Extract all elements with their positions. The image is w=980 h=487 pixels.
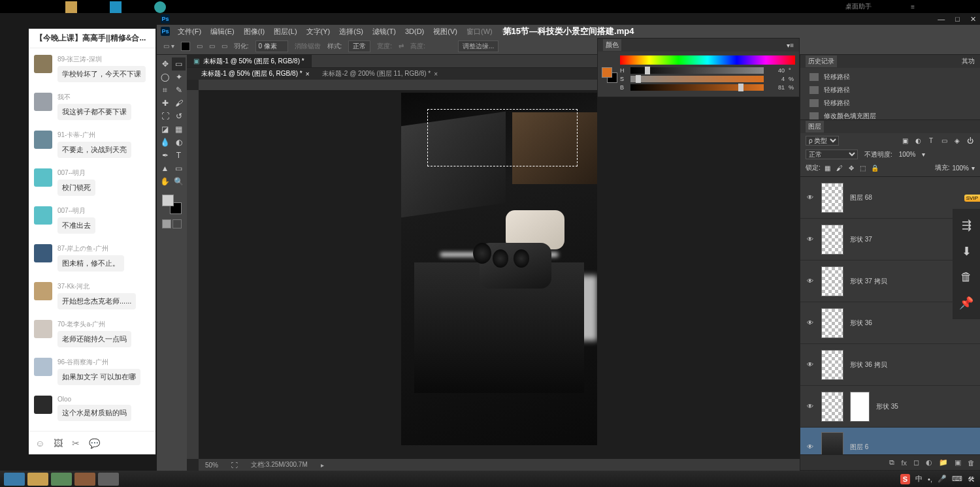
history-item[interactable]: 轻移路径 bbox=[800, 84, 980, 97]
visibility-icon[interactable]: 👁 bbox=[806, 361, 815, 368]
tab-close-icon[interactable]: × bbox=[434, 71, 438, 78]
menu-type[interactable]: 文字(Y) bbox=[302, 25, 335, 38]
marquee-intersect-icon[interactable]: ▭ bbox=[221, 42, 227, 50]
brush-tool-icon[interactable]: 🖌 bbox=[172, 97, 186, 110]
filter-pixel-icon[interactable]: ▣ bbox=[900, 136, 909, 146]
refine-edge-button[interactable]: 调整边缘... bbox=[458, 40, 498, 52]
s-slider[interactable] bbox=[630, 76, 764, 82]
chat-history-icon[interactable]: 💬 bbox=[89, 438, 100, 448]
group-icon[interactable]: 📁 bbox=[939, 458, 948, 467]
visibility-icon[interactable]: 👁 bbox=[806, 443, 815, 450]
layer-filter-select[interactable]: ρ 类型 bbox=[806, 136, 839, 146]
visibility-icon[interactable]: 👁 bbox=[806, 403, 815, 410]
link-layers-icon[interactable]: ⧉ bbox=[889, 458, 894, 467]
panel-fg-swatch[interactable] bbox=[602, 67, 612, 78]
avatar[interactable] bbox=[34, 320, 52, 338]
b-slider[interactable] bbox=[630, 84, 764, 91]
color-panel[interactable]: 颜色▾≡ H40° S4% B81% bbox=[597, 38, 800, 97]
tray-tool-icon[interactable]: 🛠 bbox=[968, 475, 975, 483]
fill-value[interactable]: 100% bbox=[952, 165, 969, 172]
marquee-selection[interactable] bbox=[427, 109, 578, 166]
history-item[interactable]: 修改颜色填充图层 bbox=[800, 110, 980, 120]
avatar[interactable] bbox=[34, 168, 52, 187]
avatar[interactable] bbox=[34, 358, 52, 376]
desktop-helper[interactable]: 桌面助手 bbox=[845, 2, 872, 11]
zoom-tool-icon[interactable]: 🔍 bbox=[172, 175, 186, 188]
path-select-icon[interactable]: ▲ bbox=[158, 162, 172, 175]
screen-mode-icon[interactable]: ⛶ bbox=[231, 462, 238, 469]
emoji-icon[interactable]: ☺ bbox=[35, 438, 44, 448]
fill-dropdown-icon[interactable]: ▾ bbox=[972, 165, 975, 172]
layer-thumb[interactable] bbox=[821, 432, 843, 455]
hand-tool-icon[interactable]: ✋ bbox=[158, 175, 172, 188]
visibility-icon[interactable]: 👁 bbox=[806, 277, 815, 285]
visibility-icon[interactable]: 👁 bbox=[806, 319, 815, 326]
standard-mode-icon[interactable] bbox=[162, 219, 171, 228]
type-tool-icon[interactable]: T bbox=[172, 149, 186, 162]
image-icon[interactable]: 🖼 bbox=[54, 438, 63, 448]
desktop-shortcut-3[interactable] bbox=[154, 1, 166, 13]
tab-close-icon[interactable]: × bbox=[306, 71, 310, 78]
filter-type-icon[interactable]: T bbox=[926, 136, 936, 146]
tray-dot-icon[interactable]: •, bbox=[928, 475, 932, 483]
blur-tool-icon[interactable]: 💧 bbox=[158, 136, 172, 149]
desktop-shortcut-2[interactable] bbox=[110, 1, 122, 13]
layer-row[interactable]: 👁图层 6 bbox=[800, 428, 980, 454]
document-tab-main[interactable]: ▣ 未标题-1 @ 50% (图层 6, RGB/8) * bbox=[187, 55, 312, 67]
style-select[interactable]: 正常 bbox=[348, 40, 370, 52]
quickmask-mode-icon[interactable] bbox=[172, 219, 182, 228]
menu-view[interactable]: 视图(V) bbox=[429, 25, 461, 38]
layer-thumb[interactable] bbox=[821, 392, 843, 422]
marquee-tool-icon[interactable]: ▭ bbox=[172, 57, 186, 71]
ime-lang[interactable]: 中 bbox=[915, 474, 923, 484]
filter-toggle-icon[interactable]: ⏻ bbox=[966, 136, 975, 146]
layer-thumb[interactable] bbox=[821, 266, 843, 296]
feather-input[interactable]: 0 像素 bbox=[255, 40, 288, 52]
menu-image[interactable]: 图像(I) bbox=[240, 25, 269, 38]
lock-all-icon[interactable]: 🔒 bbox=[870, 163, 879, 172]
fx-icon[interactable]: fx bbox=[901, 459, 907, 467]
crop-tool-icon[interactable]: ⌗ bbox=[158, 84, 172, 97]
opacity-dropdown-icon[interactable]: ▾ bbox=[922, 151, 925, 158]
task-item[interactable] bbox=[51, 473, 72, 486]
history-item[interactable]: 轻移路径 bbox=[800, 97, 980, 110]
menu-filter[interactable]: 滤镜(T) bbox=[368, 25, 400, 38]
layer-row[interactable]: 👁形状 36 拷贝 bbox=[800, 344, 980, 386]
blend-mode-select[interactable]: 正常 bbox=[806, 149, 858, 159]
lock-trans-icon[interactable]: ▦ bbox=[823, 163, 832, 172]
layer-row[interactable]: 👁形状 35 bbox=[800, 386, 980, 428]
avatar[interactable] bbox=[34, 244, 52, 262]
history-tab[interactable]: 历史记录 bbox=[806, 55, 837, 67]
eyedropper-tool-icon[interactable]: ✎ bbox=[172, 84, 186, 97]
tool-preset-icon[interactable]: ▭ ▾ bbox=[163, 42, 174, 50]
avatar[interactable] bbox=[34, 55, 52, 73]
extra-tab[interactable]: 其功 bbox=[962, 57, 975, 66]
canvas[interactable] bbox=[199, 90, 800, 459]
layer-thumb[interactable] bbox=[821, 308, 843, 338]
menu-window[interactable]: 窗口(W) bbox=[463, 25, 497, 38]
mask-thumb[interactable] bbox=[850, 392, 870, 422]
maximize-icon[interactable]: □ bbox=[955, 15, 960, 24]
marquee-add-icon[interactable]: ▭ bbox=[197, 42, 203, 50]
avatar[interactable] bbox=[34, 131, 52, 149]
pen-tool-icon[interactable]: ✒ bbox=[158, 149, 172, 162]
filter-adjust-icon[interactable]: ◐ bbox=[913, 136, 923, 146]
hue-strip[interactable] bbox=[620, 55, 795, 65]
history-item[interactable]: 轻移路径 bbox=[800, 71, 980, 84]
visibility-icon[interactable]: 👁 bbox=[806, 194, 815, 201]
mic-icon[interactable]: 🎤 bbox=[938, 475, 947, 483]
pin-icon[interactable]: 📌 bbox=[959, 296, 973, 310]
trash-icon[interactable]: 🗑 bbox=[960, 270, 972, 284]
mask-icon[interactable]: ◻ bbox=[913, 458, 919, 467]
topbar-menu-icon[interactable]: ≡ bbox=[911, 3, 915, 10]
lasso-tool-icon[interactable]: ◯ bbox=[158, 71, 172, 84]
layer-thumb[interactable] bbox=[821, 225, 843, 255]
zoom-level[interactable]: 50% bbox=[205, 462, 218, 469]
lock-artboard-icon[interactable]: ⬚ bbox=[858, 163, 868, 172]
avatar[interactable] bbox=[34, 396, 52, 414]
marquee-new-icon[interactable] bbox=[181, 42, 190, 51]
task-item[interactable] bbox=[98, 473, 119, 486]
marquee-sub-icon[interactable]: ▭ bbox=[209, 42, 215, 50]
filter-shape-icon[interactable]: ▭ bbox=[939, 136, 949, 146]
color-swatches[interactable] bbox=[162, 195, 182, 214]
